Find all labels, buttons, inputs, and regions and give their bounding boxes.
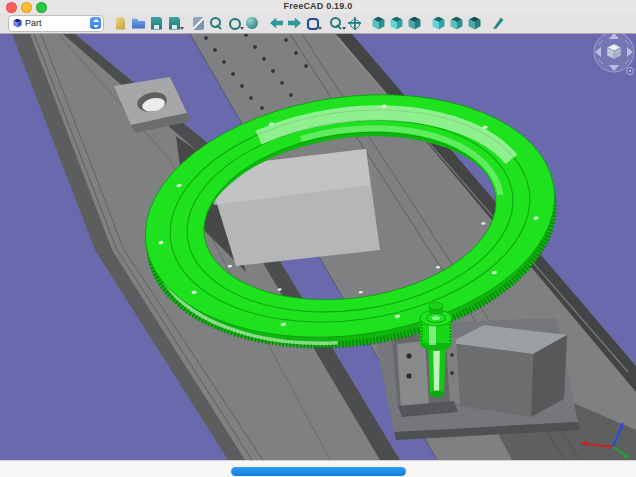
open-folder-icon[interactable] bbox=[131, 16, 146, 31]
3d-viewport[interactable] bbox=[0, 34, 636, 460]
toolbar-icon-groups bbox=[104, 16, 506, 31]
draw-style-icon[interactable] bbox=[227, 16, 242, 31]
dropdown-arrow-icon bbox=[342, 27, 346, 30]
save-icon[interactable] bbox=[149, 16, 164, 31]
redo-icon[interactable] bbox=[287, 16, 302, 31]
horizontal-scrollbar-track[interactable] bbox=[0, 460, 636, 477]
workbench-selector[interactable]: Part bbox=[8, 15, 104, 32]
appearance-sphere-icon[interactable] bbox=[245, 16, 260, 31]
rear-view-icon[interactable] bbox=[431, 16, 446, 31]
top-view-icon[interactable] bbox=[407, 16, 422, 31]
nav-cube-mini[interactable] bbox=[607, 44, 621, 59]
toolbar-group bbox=[431, 16, 482, 31]
combo-stepper-icon[interactable] bbox=[90, 17, 101, 29]
dropdown-arrow-icon bbox=[318, 27, 322, 30]
left-view-icon[interactable] bbox=[449, 16, 464, 31]
toolbar-group bbox=[371, 16, 422, 31]
titlebar: FreeCAD 0.19.0 bbox=[0, 0, 636, 13]
window-title: FreeCAD 0.19.0 bbox=[0, 1, 636, 11]
toolbar-group bbox=[113, 16, 182, 31]
toolbar-group bbox=[329, 16, 362, 31]
box-selection-magnifier-icon[interactable] bbox=[209, 16, 224, 31]
workbench-selector-value: Part bbox=[25, 18, 42, 28]
front-view-icon[interactable] bbox=[389, 16, 404, 31]
dropdown-arrow-icon bbox=[180, 27, 184, 30]
undo-icon[interactable] bbox=[269, 16, 284, 31]
link-icon[interactable] bbox=[305, 16, 320, 31]
workbench-cube-icon bbox=[13, 19, 22, 28]
zoom-tools-icon[interactable] bbox=[329, 16, 344, 31]
axonometric-view-icon[interactable] bbox=[371, 16, 386, 31]
fit-all-icon[interactable] bbox=[347, 16, 362, 31]
toolbar-group bbox=[191, 16, 260, 31]
freecad-window: FreeCAD 0.19.0 Part bbox=[0, 0, 636, 477]
dropdown-arrow-icon bbox=[240, 27, 244, 30]
toolbar-group bbox=[269, 16, 320, 31]
gearbox[interactable] bbox=[447, 325, 567, 417]
toolbar: Part bbox=[0, 13, 636, 34]
toolbar-group bbox=[491, 16, 506, 31]
new-document-icon[interactable] bbox=[113, 16, 128, 31]
save-as-icon[interactable] bbox=[167, 16, 182, 31]
clipboard-icon[interactable] bbox=[191, 16, 206, 31]
edit-pencil-icon[interactable] bbox=[491, 16, 506, 31]
horizontal-scrollbar-thumb[interactable] bbox=[231, 467, 406, 476]
bottom-view-icon[interactable] bbox=[467, 16, 482, 31]
